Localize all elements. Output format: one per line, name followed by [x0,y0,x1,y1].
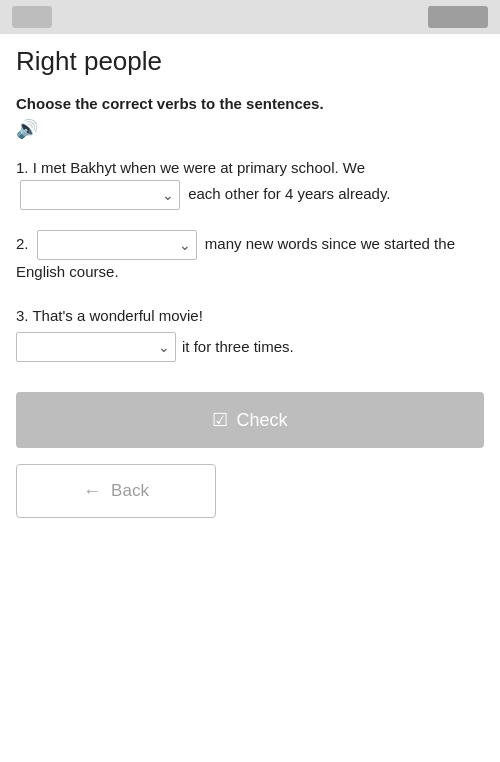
sentence-1-select[interactable]: have known knew know [20,180,180,210]
sentence-2: 2. have learned learned learn ⌄ many new… [16,230,484,284]
top-bar-left [12,6,52,28]
check-button-label: Check [236,410,287,431]
buttons-area: ☑ Check ← Back [16,392,484,518]
back-button-label: Back [111,481,149,501]
check-icon: ☑ [212,409,228,431]
sentence-1-before: I met Bakhyt when we were at primary sch… [33,159,365,176]
sentence-3-number: 3. [16,307,29,324]
instruction-text: Choose the correct verbs to the sentence… [16,95,484,112]
back-button[interactable]: ← Back [16,464,216,518]
sentence-3: 3. That's a wonderful movie! I've seen I… [16,304,484,362]
sentence-1-after: each other for 4 years already. [188,185,390,202]
sentence-3-select[interactable]: I've seen I saw I see [16,332,176,362]
page-container: Right people Choose the correct verbs to… [0,0,500,762]
sentence-1: 1. I met Bakhyt when we were at primary … [16,156,484,210]
sentence-3-after: it for three times. [182,335,294,359]
top-bar [0,0,500,34]
sentence-3-select-wrapper: I've seen I saw I see ⌄ [16,332,176,362]
top-bar-right [428,6,488,28]
content-area: Right people Choose the correct verbs to… [0,34,500,538]
sentence-2-select-wrapper: have learned learned learn ⌄ [37,230,197,260]
sentence-1-number: 1. [16,159,29,176]
sentence-2-number: 2. [16,235,29,252]
page-title: Right people [16,46,484,77]
audio-icon[interactable]: 🔊 [16,118,38,140]
check-button[interactable]: ☑ Check [16,392,484,448]
arrow-left-icon: ← [83,481,101,502]
sentence-3-select-line: I've seen I saw I see ⌄ it for three tim… [16,332,484,362]
sentence-2-select[interactable]: have learned learned learn [37,230,197,260]
sentence-3-line1: That's a wonderful movie! [32,307,202,324]
sentence-1-select-wrapper: have known knew know ⌄ [20,180,180,210]
